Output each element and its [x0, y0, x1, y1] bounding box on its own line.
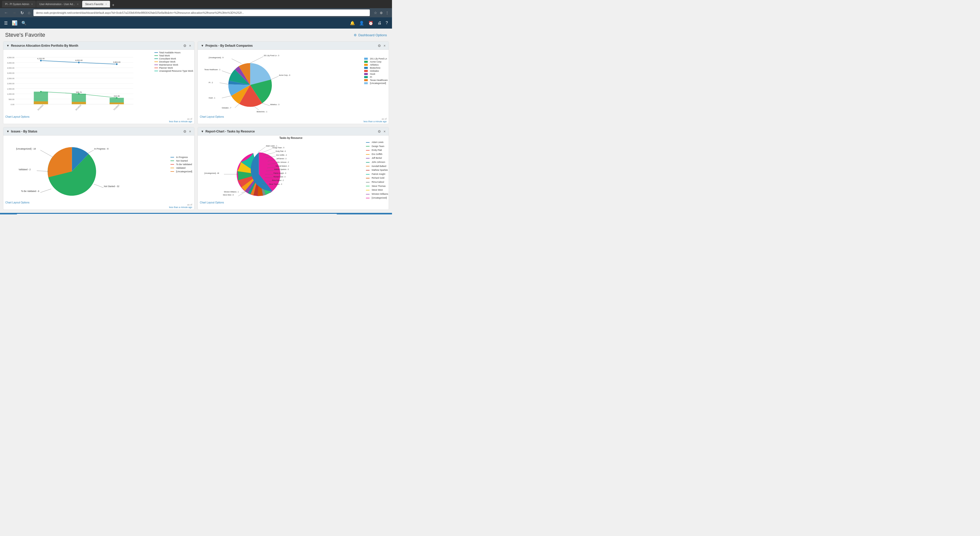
- help-icon[interactable]: ?: [386, 21, 388, 25]
- widget-settings-icon[interactable]: ⚙: [183, 44, 186, 48]
- sliders-icon: ⚙: [354, 33, 357, 37]
- svg-line-57: [232, 59, 242, 64]
- svg-text:Not Started - 32: Not Started - 32: [104, 185, 119, 188]
- settings-icon[interactable]: ⋮: [385, 11, 389, 15]
- svg-text:Texas Healthcare - 1: Texas Healthcare - 1: [204, 68, 221, 70]
- svg-rect-30: [34, 101, 48, 104]
- widget-projects-header: ▼ Projects - By Default Companies ⚙ ×: [198, 41, 389, 50]
- dashboard-options-label: Dashboard Options: [358, 33, 387, 37]
- svg-line-47: [255, 107, 259, 110]
- tasks-pie-chart: Adam Lewis - 1 Design Team - 5 Emily Pla…: [198, 139, 350, 207]
- chart-layout-options-link[interactable]: Chart Layout Options: [200, 201, 224, 204]
- widget-tasks-body: Tasks by Resource: [198, 135, 389, 210]
- svg-text:3,864.00: 3,864.00: [113, 61, 121, 63]
- as-of-timestamp: as of less than a minute ago: [169, 204, 192, 208]
- widget-tasks: ▼ Report-Chart - Tasks by Resource ⚙ × T…: [197, 127, 389, 210]
- widget-settings-icon[interactable]: ⚙: [378, 129, 381, 134]
- as-of-link[interactable]: less than a minute ago: [169, 120, 192, 123]
- widget-close-icon[interactable]: ×: [189, 129, 191, 134]
- chart-layout-options-link[interactable]: Chart Layout Options: [5, 201, 30, 204]
- svg-text:[Uncategorized] - 18: [Uncategorized] - 18: [16, 148, 36, 150]
- widget-resource-allocation: ▼ Resource Allocation Entire Portfolio B…: [3, 41, 194, 124]
- svg-text:Mathew Sparkes - 3: Mathew Sparkes - 3: [274, 169, 289, 170]
- tab-close-icon[interactable]: ×: [77, 3, 79, 6]
- svg-text:Globalex - 7: Globalex - 7: [222, 107, 231, 109]
- svg-line-45: [262, 103, 270, 106]
- svg-text:Eric Griffith - 4: Eric Griffith - 4: [277, 154, 287, 156]
- tasks-legend: Adam Lewis Design Team Emily Platt Eric …: [366, 141, 388, 200]
- tab-bar: PI - PI System Admin × User Administrati…: [2, 1, 116, 7]
- notification-bell-icon[interactable]: 🔔: [350, 21, 355, 25]
- task-name-input[interactable]: [17, 214, 337, 215]
- svg-text:7/1/2023: 7/1/2023: [113, 104, 120, 111]
- widget-settings-icon[interactable]: ⚙: [183, 129, 186, 134]
- resource-allocation-chart: 4,500.00 4,000.00 3,500.00 3,000.00 2,50…: [5, 51, 143, 121]
- chart-layout-options-link[interactable]: Chart Layout Options: [5, 115, 30, 118]
- svg-text:Athletics - 3: Athletics - 3: [270, 103, 280, 105]
- clock-icon[interactable]: ⏰: [368, 21, 373, 25]
- address-bar[interactable]: demo-swb.projectinsight.net/content/dash…: [33, 10, 370, 16]
- svg-text:Steve West - 8: Steve West - 8: [223, 194, 234, 196]
- collapse-icon[interactable]: ▼: [6, 130, 10, 133]
- svg-text:1,000.00: 1,000.00: [7, 93, 14, 95]
- widget-issues-body: In Progress - 8 Not Started - 32 To Be V…: [3, 135, 194, 210]
- collapse-icon[interactable]: ▼: [201, 130, 204, 133]
- tab-user-admin[interactable]: User Administration - User Ad... ×: [36, 1, 81, 7]
- widget-tasks-controls: ⚙ ×: [378, 129, 386, 134]
- svg-point-21: [78, 62, 80, 63]
- svg-text:0.00: 0.00: [11, 103, 14, 106]
- tab-close-icon[interactable]: ×: [105, 3, 107, 6]
- refresh-button[interactable]: ↻: [19, 10, 25, 16]
- svg-text:4,000.00: 4,000.00: [7, 62, 14, 64]
- svg-text:4,232.00: 4,232.00: [37, 57, 45, 60]
- widget-close-icon[interactable]: ×: [383, 129, 386, 134]
- widget-settings-icon[interactable]: ⚙: [378, 44, 381, 48]
- svg-text:201 Lily Pond Ln - 3: 201 Lily Pond Ln - 3: [264, 55, 279, 57]
- tab-pi-admin[interactable]: PI - PI System Admin ×: [2, 1, 36, 7]
- app-logo: 📊: [12, 20, 18, 26]
- widget-projects-controls: ⚙ ×: [378, 44, 386, 48]
- page-title: Steve's Favorite: [5, 32, 45, 38]
- svg-text:610.39: 610.39: [114, 95, 120, 97]
- as-of-link[interactable]: less than a minute ago: [363, 120, 387, 123]
- widget-resource-allocation-controls: ⚙ ×: [183, 44, 191, 48]
- bookmark-icon[interactable]: ☆: [374, 11, 377, 15]
- svg-text:5/1/2023: 5/1/2023: [37, 104, 44, 111]
- widget-tasks-header: ▼ Report-Chart - Tasks by Resource ⚙ ×: [198, 127, 389, 135]
- svg-text:Rima Kaboul - 2: Rima Kaboul - 2: [272, 180, 284, 181]
- svg-text:Adam Lewis - 1: Adam Lewis - 1: [266, 145, 277, 147]
- widget-close-icon[interactable]: ×: [189, 44, 191, 48]
- svg-text:John Johnson - 2: John Johnson - 2: [277, 161, 289, 163]
- resource-allocation-legend: Total Available Hours Total Work Consult…: [154, 51, 193, 73]
- widget-tasks-title: ▼ Report-Chart - Tasks by Resource: [201, 130, 255, 133]
- hamburger-menu-icon[interactable]: ☰: [4, 21, 8, 25]
- title-text: Report-Chart - Tasks by Resource: [205, 130, 255, 133]
- zoom-icon[interactable]: ⊕: [380, 11, 383, 15]
- svg-text:Biotechnic - 1: Biotechnic - 1: [257, 111, 267, 113]
- svg-text:3,000.00: 3,000.00: [7, 72, 14, 74]
- svg-line-55: [222, 71, 231, 74]
- browser-nav-bar: ← → ↻ ⌂ demo-swb.projectinsight.net/cont…: [0, 8, 392, 17]
- home-button[interactable]: ⌂: [27, 10, 32, 16]
- print-icon[interactable]: 🖨: [377, 21, 382, 25]
- tab-label: PI - PI System Admin: [5, 3, 29, 6]
- user-icon[interactable]: 👤: [359, 21, 364, 25]
- svg-text:4,032.00: 4,032.00: [75, 59, 83, 62]
- search-icon[interactable]: 🔍: [21, 21, 27, 25]
- tab-steves-favorite[interactable]: Steve's Favorite ×: [82, 1, 110, 7]
- collapse-icon[interactable]: ▼: [201, 44, 204, 48]
- dashboard-options-button[interactable]: ⚙ Dashboard Options: [354, 33, 387, 37]
- as-of-timestamp: as of less than a minute ago: [363, 118, 387, 123]
- tab-close-icon[interactable]: ×: [31, 3, 33, 6]
- as-of-link[interactable]: less than a minute ago: [169, 206, 192, 208]
- back-button[interactable]: ←: [3, 10, 9, 16]
- widget-close-icon[interactable]: ×: [383, 44, 386, 48]
- svg-text:PI - 2: PI - 2: [209, 82, 213, 83]
- widget-issues-title: ▼ Issues - By Status: [6, 130, 37, 133]
- tab-label: Steve's Favorite: [85, 3, 103, 6]
- forward-button[interactable]: →: [11, 10, 18, 16]
- svg-point-20: [40, 60, 42, 62]
- collapse-icon[interactable]: ▼: [6, 44, 10, 48]
- new-tab-button[interactable]: +: [110, 3, 116, 7]
- chart-layout-options-link[interactable]: Chart Layout Options: [200, 115, 224, 118]
